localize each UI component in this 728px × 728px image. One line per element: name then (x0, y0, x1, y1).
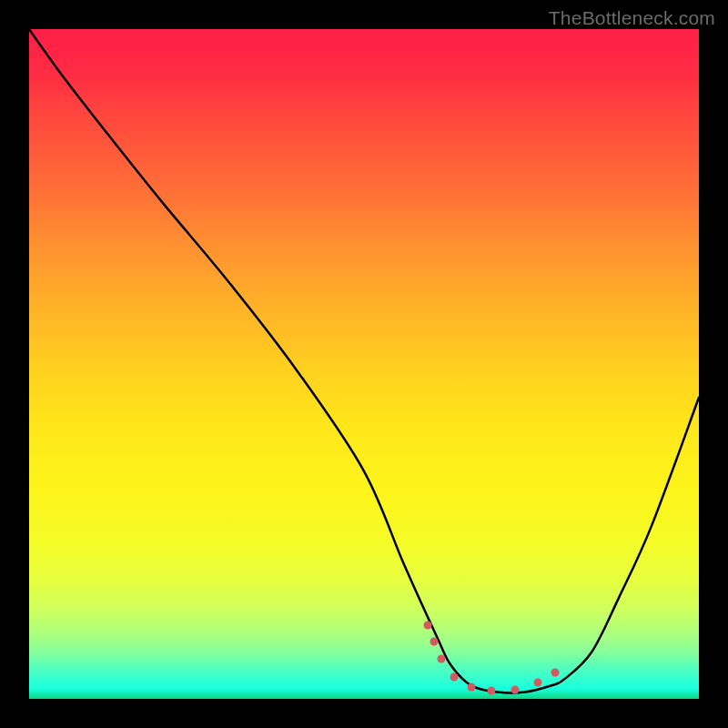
curve-dot (487, 687, 495, 695)
curve-dot (450, 673, 459, 682)
bottleneck-curve (29, 29, 699, 699)
curve-dot (437, 654, 445, 662)
curve-dot (423, 622, 431, 630)
curve-dot (430, 638, 439, 646)
curve-dot (551, 668, 559, 676)
watermark-text: TheBottleneck.com (549, 7, 715, 29)
curve-dot (511, 686, 519, 694)
curve-dot (467, 682, 475, 691)
curve-dot (534, 678, 542, 686)
plot-area (29, 29, 699, 699)
chart-container: TheBottleneck.com (0, 0, 728, 728)
